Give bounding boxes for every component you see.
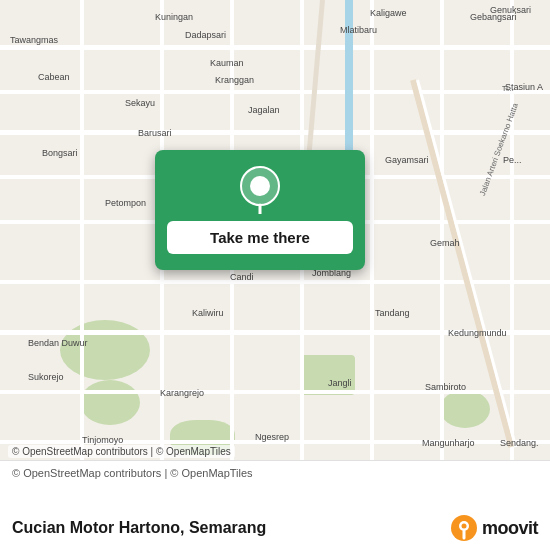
road-v7 [510, 0, 514, 460]
pin-icon [240, 166, 280, 214]
moovit-icon-svg [450, 514, 478, 542]
map-area: Kuningan Kaligawe Gebangsari Genuksari T… [0, 0, 550, 460]
river-barito [345, 0, 353, 170]
bottom-bar: © OpenStreetMap contributors | © OpenMap… [0, 460, 550, 550]
road-v1 [80, 0, 84, 460]
map-attribution-overlay: © OpenStreetMap contributors | © OpenMap… [8, 445, 235, 458]
road-v6 [440, 0, 444, 460]
map-card: Take me there [155, 150, 365, 270]
park-area-2 [80, 380, 140, 425]
attribution-text: © OpenStreetMap contributors | © OpenMap… [12, 467, 538, 479]
location-info: Cucian Motor Hartono, Semarang moovit [12, 514, 538, 542]
svg-point-1 [250, 176, 270, 196]
road-v5 [370, 0, 374, 460]
take-me-there-button[interactable]: Take me there [167, 221, 353, 254]
moovit-logo: moovit [450, 514, 538, 542]
park-area-4 [440, 390, 490, 428]
park-area-1 [60, 320, 150, 380]
svg-point-4 [461, 524, 466, 529]
park-area-3 [300, 355, 355, 395]
location-name: Cucian Motor Hartono, Semarang [12, 519, 266, 537]
app-container: Kuningan Kaligawe Gebangsari Genuksari T… [0, 0, 550, 550]
moovit-brand-text: moovit [482, 518, 538, 539]
